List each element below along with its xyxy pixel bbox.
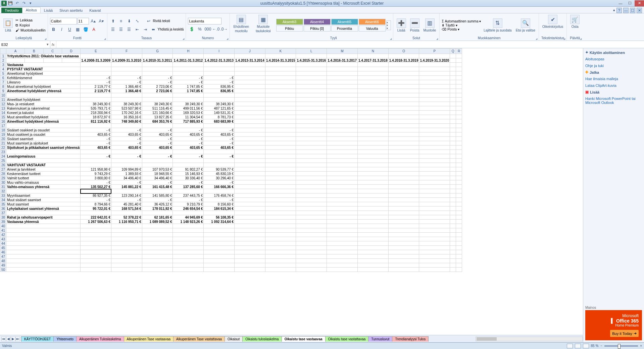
cell[interactable] — [327, 159, 358, 163]
cell[interactable] — [388, 84, 419, 89]
cell[interactable] — [296, 141, 327, 146]
cell[interactable] — [296, 150, 327, 154]
sheet-tab[interactable]: Alkuperäinen Tuloslaskelma — [76, 336, 124, 342]
cell[interactable] — [388, 241, 419, 246]
cell[interactable] — [357, 185, 388, 189]
cell[interactable]: - € — [111, 141, 142, 146]
cell[interactable] — [388, 132, 419, 137]
cell[interactable] — [419, 198, 450, 202]
cell[interactable]: 184 615,34 € — [204, 207, 235, 211]
cell[interactable] — [296, 124, 327, 128]
col-header[interactable]: C — [43, 49, 62, 54]
link-clipart[interactable]: Lataa ClipArt-kuvia — [585, 83, 642, 88]
cell[interactable] — [142, 63, 173, 67]
cell[interactable] — [357, 263, 388, 268]
cell[interactable] — [265, 250, 296, 254]
cell[interactable]: 1 267 506,63 € — [81, 220, 111, 224]
cell[interactable] — [357, 207, 388, 211]
cell[interactable] — [388, 89, 419, 93]
cell[interactable] — [388, 259, 419, 263]
cell[interactable] — [204, 63, 235, 67]
cell[interactable]: 1 389,93 € — [111, 172, 142, 176]
cell[interactable]: 18 948,55 € — [142, 172, 173, 176]
cell[interactable]: - € — [204, 180, 235, 185]
cell[interactable] — [296, 250, 327, 254]
merge-button[interactable]: ⬌ — [150, 26, 157, 33]
cell[interactable] — [327, 211, 358, 215]
qat-dropdown-icon[interactable]: ▾ — [28, 1, 34, 6]
row-header[interactable]: 8 — [0, 84, 6, 89]
cell[interactable] — [204, 67, 235, 71]
row-header[interactable]: 13 — [0, 106, 6, 111]
cell[interactable] — [388, 102, 419, 106]
sheet-nav-first-icon[interactable]: ⏮ — [1, 337, 6, 341]
cell[interactable] — [234, 224, 265, 228]
cell[interactable] — [296, 102, 327, 106]
cell[interactable] — [81, 163, 111, 167]
col-header[interactable]: H — [173, 49, 204, 54]
cell[interactable] — [234, 159, 265, 163]
cell[interactable] — [234, 268, 265, 272]
cell[interactable] — [173, 67, 204, 71]
cell[interactable] — [388, 141, 419, 146]
cell[interactable] — [234, 233, 265, 237]
cell[interactable] — [296, 128, 327, 132]
cell[interactable] — [388, 93, 419, 98]
cell[interactable] — [142, 233, 173, 237]
cell[interactable]: 123 290,14 € — [111, 193, 142, 198]
row-header[interactable]: 35 — [0, 202, 6, 207]
office365-ad[interactable]: Microsoft ▍ Office 365 Home Premium Buy … — [585, 310, 642, 340]
cell[interactable] — [111, 211, 142, 215]
fx-icon[interactable]: fx — [52, 43, 55, 47]
indent-dec-icon[interactable]: ⇤ — [134, 26, 141, 33]
cell[interactable]: 237 443,75 € — [173, 193, 204, 198]
cell[interactable] — [204, 98, 235, 102]
cell[interactable] — [265, 172, 296, 176]
cell[interactable] — [142, 67, 173, 71]
cell[interactable] — [388, 163, 419, 167]
font-color-button[interactable]: A — [90, 26, 98, 33]
cell[interactable] — [296, 176, 327, 180]
cell[interactable] — [357, 250, 388, 254]
cell[interactable] — [419, 211, 450, 215]
cell[interactable] — [419, 63, 450, 67]
cell[interactable]: - € — [142, 128, 173, 132]
col-header[interactable]: L — [296, 49, 327, 54]
font-name-select[interactable] — [50, 18, 77, 24]
cell[interactable]: 30 296,40 € — [204, 176, 235, 180]
cell[interactable] — [327, 98, 358, 102]
cell[interactable] — [142, 211, 173, 215]
cell[interactable] — [327, 172, 358, 176]
cell[interactable] — [388, 254, 419, 259]
cell[interactable] — [327, 102, 358, 106]
cell[interactable] — [327, 176, 358, 180]
row-header[interactable]: 45 — [0, 246, 6, 250]
cell[interactable]: - € — [81, 76, 111, 80]
cell[interactable] — [234, 154, 265, 159]
cell[interactable] — [388, 63, 419, 67]
style-comma[interactable]: Pilkku — [276, 25, 303, 32]
cell[interactable]: 95 722,01 € — [81, 207, 111, 211]
cell[interactable] — [388, 159, 419, 163]
cell[interactable] — [327, 141, 358, 146]
cell[interactable]: 499 011,56 € — [173, 106, 204, 111]
cell[interactable] — [388, 119, 419, 124]
cell[interactable] — [296, 89, 327, 93]
cell[interactable] — [265, 228, 296, 233]
cell[interactable] — [234, 146, 265, 150]
cell[interactable] — [296, 76, 327, 80]
cell[interactable] — [357, 71, 388, 76]
cell[interactable]: - € — [173, 180, 204, 185]
cell[interactable] — [296, 163, 327, 167]
cell[interactable] — [296, 233, 327, 237]
cell[interactable] — [173, 93, 204, 98]
cell[interactable] — [204, 159, 235, 163]
col-header[interactable]: F — [111, 49, 142, 54]
cell[interactable] — [234, 189, 265, 193]
cell[interactable] — [296, 193, 327, 198]
cell[interactable] — [388, 111, 419, 115]
row-header[interactable]: 24 — [0, 154, 6, 159]
cell[interactable]: 9 210,79 € — [173, 202, 204, 207]
cell[interactable] — [419, 250, 450, 254]
cell[interactable] — [173, 163, 204, 167]
